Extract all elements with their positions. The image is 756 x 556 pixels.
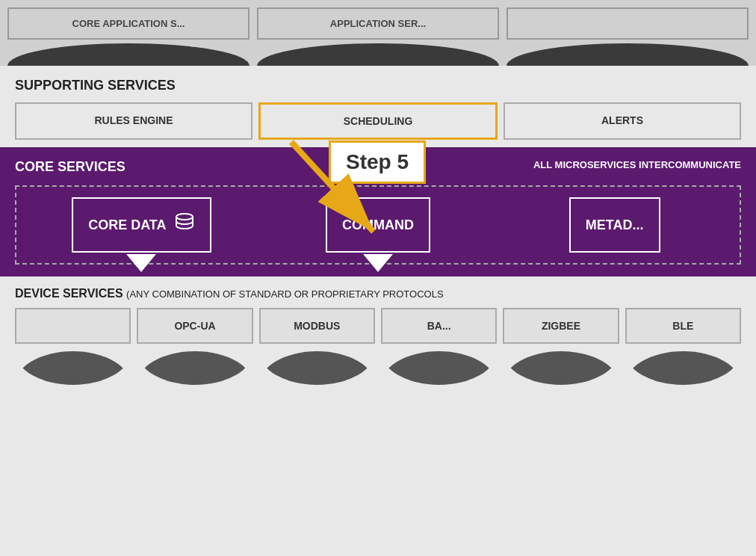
device-box-modbus: MODBUS — [259, 308, 375, 344]
app-box-3 — [506, 7, 749, 40]
bottom-wave-3 — [259, 351, 375, 385]
alerts-box: ALERTS — [504, 102, 741, 140]
device-services-subtitle: (ANY COMBINATION OF STANDARD OR PROPRIET… — [126, 288, 444, 300]
zigbee-label: ZIGBEE — [542, 320, 580, 332]
device-services-main-label: DEVICE SERVICES — [15, 287, 123, 300]
bottom-wave-1 — [15, 351, 131, 385]
top-application-section: CORE APPLICATION S... APPLICATION SER... — [0, 0, 756, 66]
device-services-row: OPC-UA MODBUS BA... ZIGBEE BLE — [15, 308, 741, 344]
device-services-section: DEVICE SERVICES (ANY COMBINATION OF STAN… — [0, 277, 756, 351]
svg-point-2 — [176, 214, 193, 220]
device-box-zigbee: ZIGBEE — [503, 308, 619, 344]
command-pointer — [363, 254, 393, 272]
ba-label: BA... — [427, 320, 451, 332]
bottom-wave-4 — [381, 351, 497, 385]
supporting-services-title: SUPPORTING SERVICES — [15, 78, 741, 93]
rules-engine-label: RULES ENGINE — [94, 114, 173, 126]
core-data-label: CORE DATA — [88, 217, 166, 233]
core-data-wrapper: CORE DATA — [27, 197, 256, 253]
bottom-wave-5 — [503, 351, 619, 385]
device-services-title: DEVICE SERVICES (ANY COMBINATION OF STAN… — [15, 287, 741, 300]
device-box-ble: BLE — [625, 308, 741, 344]
ble-label: BLE — [672, 320, 693, 332]
wave-3 — [506, 43, 749, 66]
scheduling-label: SCHEDULING — [344, 115, 413, 127]
top-waves — [0, 43, 756, 66]
orange-arrow-icon — [269, 135, 418, 254]
wave-1 — [7, 43, 250, 66]
svg-line-1 — [291, 142, 374, 232]
bottom-wave-6 — [625, 351, 741, 385]
device-box-opcua: OPC-UA — [137, 308, 252, 344]
core-data-box: CORE DATA — [72, 197, 211, 253]
app-box-2: APPLICATION SER... — [257, 7, 499, 40]
device-box-empty — [15, 308, 131, 344]
app-box-1-label: CORE APPLICATION S... — [72, 18, 185, 29]
metadata-wrapper: METAD... — [500, 197, 729, 253]
metadata-label: METAD... — [586, 217, 644, 233]
alerts-label: ALERTS — [601, 114, 643, 126]
core-services-title: CORE SERVICES — [15, 159, 126, 175]
wave-2 — [257, 43, 499, 66]
intercommunicate-text: ALL MICROSERVICES INTERCOMMUNICATE — [533, 159, 741, 170]
app-box-2-label: APPLICATION SER... — [330, 18, 426, 29]
device-box-ba: BA... — [381, 308, 497, 344]
bottom-wave-2 — [137, 351, 252, 385]
database-icon — [174, 212, 195, 238]
modbus-label: MODBUS — [294, 320, 340, 332]
opcua-label: OPC-UA — [174, 320, 215, 332]
metadata-box: METAD... — [569, 197, 660, 253]
app-box-1: CORE APPLICATION S... — [7, 7, 250, 40]
core-data-pointer — [126, 254, 156, 272]
bottom-waves — [0, 351, 756, 385]
rules-engine-box: RULES ENGINE — [15, 102, 252, 140]
